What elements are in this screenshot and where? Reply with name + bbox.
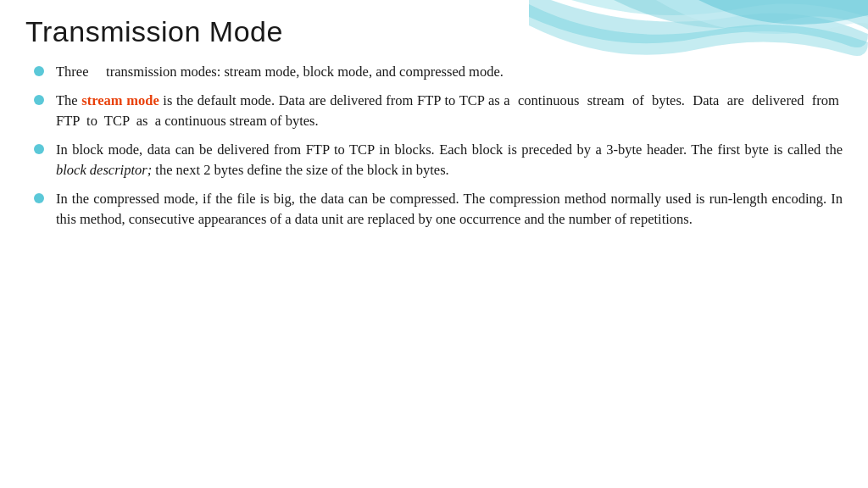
bullet-dot: [34, 95, 44, 105]
slide-content: Transmission Mode Three transmission mod…: [0, 0, 868, 252]
bullet-text: Three transmission modes: stream mode, b…: [56, 62, 843, 82]
list-item: The stream mode is the default mode. Dat…: [34, 91, 843, 131]
italic-block-descriptor: block descriptor;: [56, 162, 152, 178]
bullet-text: The stream mode is the default mode. Dat…: [56, 91, 843, 131]
bullet-text: In block mode, data can be delivered fro…: [56, 140, 843, 180]
bullet-dot: [34, 193, 44, 203]
bullet-dot: [34, 66, 44, 76]
list-item: In block mode, data can be delivered fro…: [34, 140, 843, 180]
list-item: Three transmission modes: stream mode, b…: [34, 62, 843, 82]
stream-mode-highlight: stream mode: [81, 92, 159, 108]
list-item: In the compressed mode, if the file is b…: [34, 189, 843, 230]
slide-title: Transmission Mode: [25, 15, 843, 48]
bullet-dot: [34, 144, 44, 154]
bullet-list: Three transmission modes: stream mode, b…: [34, 62, 843, 229]
bullet-text: In the compressed mode, if the file is b…: [56, 189, 843, 230]
